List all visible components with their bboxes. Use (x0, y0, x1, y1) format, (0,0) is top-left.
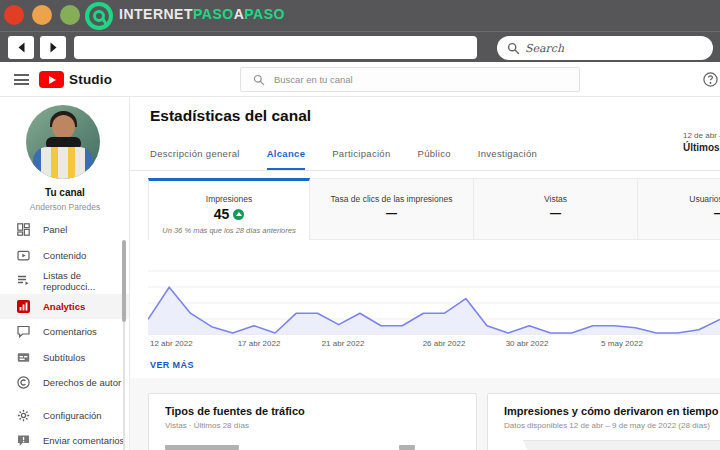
tab-alcance[interactable]: Alcance (267, 148, 306, 171)
x-axis-label: 21 abr 2022 (322, 339, 365, 348)
browser-titlebar: INTERNETPASOAPASO (0, 0, 720, 31)
chart-gridlines (148, 271, 720, 319)
metric-card-vistas[interactable]: Vistas — (474, 178, 638, 240)
sidebar-item-enviar-comentarios[interactable]: Enviar comentarios (0, 428, 129, 450)
comments-icon (17, 325, 30, 338)
internetpasoapaso-logo-icon (84, 1, 114, 31)
dashboard-icon (17, 223, 30, 236)
studio-sidebar: Tu canal Anderson Paredes Panel Contenid… (0, 97, 130, 450)
channel-search-input[interactable]: Buscar en tu canal (240, 67, 580, 92)
sidebar-item-label: Panel (43, 224, 67, 235)
copyright-icon (17, 376, 30, 389)
metric-label: Usuarios únicos (638, 194, 720, 204)
sidebar-item-label: Subtítulos (43, 352, 85, 363)
impressions-chart[interactable] (148, 255, 720, 335)
traffic-sources-card[interactable]: Tipos de fuentes de tráfico Vistas · Últ… (148, 393, 477, 450)
gear-icon (17, 409, 30, 422)
clipped-row-label (165, 445, 239, 450)
tab-participacion[interactable]: Participación (332, 148, 390, 171)
subtitles-icon (17, 351, 30, 364)
back-arrow-icon (16, 42, 27, 53)
x-axis-label: 30 abr 2022 (506, 339, 549, 348)
sidebar-item-label: Enviar comentarios (43, 435, 124, 446)
sidebar-item-derechos[interactable]: Derechos de autor (0, 370, 129, 396)
sidebar-scrollbar[interactable] (122, 240, 126, 322)
help-icon (703, 72, 718, 87)
forward-arrow-icon (48, 42, 59, 53)
close-window-icon[interactable] (4, 5, 24, 25)
feedback-icon (17, 434, 30, 447)
card-subtitle: Vistas · Últimos 28 días (165, 421, 249, 430)
sidebar-item-panel[interactable]: Panel (0, 217, 129, 243)
metric-label: Tasa de clics de las impresiones (310, 194, 473, 204)
card-title: Tipos de fuentes de tráfico (165, 405, 305, 417)
sidebar-item-comentarios[interactable]: Comentarios (0, 319, 129, 345)
tabs-divider (130, 170, 720, 171)
channel-avatar[interactable] (26, 105, 100, 179)
forward-button[interactable] (40, 36, 66, 59)
tab-investigacion[interactable]: Investigación (478, 148, 537, 171)
analytics-icon (17, 300, 30, 313)
sidebar-item-label: Listas de reproducci... (43, 270, 129, 292)
search-icon (253, 74, 265, 86)
clipped-row-value (399, 445, 415, 450)
metric-card-impresiones[interactable]: Impresiones 45 Un 36 % más que los 28 dí… (148, 178, 310, 240)
sidebar-item-contenido[interactable]: Contenido (0, 243, 129, 269)
minimize-window-icon[interactable] (32, 5, 52, 25)
sidebar-item-label: Derechos de autor (43, 377, 121, 388)
brand-wordmark: INTERNETPASOAPASO (119, 6, 285, 22)
period-selector[interactable]: Últimos 28 días (683, 142, 720, 153)
ver-mas-link[interactable]: VER MÁS (150, 360, 194, 370)
impressions-funnel-card[interactable]: Impresiones y cómo derivaron en tiempo d… (487, 393, 720, 450)
up-arrow-icon (236, 212, 242, 216)
browser-toolbar: Search (0, 31, 720, 62)
metric-label: Impresiones (149, 194, 309, 204)
tab-publico[interactable]: Público (418, 148, 451, 171)
x-axis-label: 26 abr 2022 (423, 339, 466, 348)
x-axis-label: 5 may 2022 (601, 339, 643, 348)
channel-owner: Anderson Paredes (0, 202, 130, 212)
metric-card-usuarios[interactable]: Usuarios únicos — (638, 178, 720, 240)
x-axis-label: 17 abr 2022 (238, 339, 281, 348)
app-window: INTERNETPASOAPASO Search Studio (0, 0, 720, 450)
metric-value: — (310, 207, 473, 219)
tab-descripcion-general[interactable]: Descripción general (150, 148, 240, 171)
sidebar-item-listas[interactable]: Listas de reproducci... (0, 268, 129, 294)
date-range-label: 12 de abr – (683, 131, 720, 140)
sidebar-item-analytics[interactable]: Analytics (0, 294, 129, 320)
content-icon (17, 249, 30, 262)
back-button[interactable] (8, 36, 34, 59)
address-bar[interactable] (74, 36, 477, 59)
help-button[interactable] (703, 72, 718, 87)
funnel-shape (510, 440, 720, 450)
card-subtitle: Datos disponibles 12 de abr – 9 de may d… (504, 421, 710, 430)
sidebar-item-configuracion[interactable]: Configuración (0, 403, 129, 429)
metric-value: — (474, 207, 637, 219)
maximize-window-icon[interactable] (60, 5, 80, 25)
studio-wordmark[interactable]: Studio (69, 72, 112, 87)
browser-search-placeholder: Search (525, 42, 564, 55)
page-title: Estadísticas del canal (150, 107, 311, 125)
browser-search-box[interactable]: Search (497, 36, 713, 60)
sidebar-item-label: Analytics (43, 301, 85, 312)
channel-name: Tu canal (0, 187, 130, 198)
search-icon (507, 42, 520, 55)
sidebar-item-label: Configuración (43, 410, 102, 421)
metric-cards: Impresiones 45 Un 36 % más que los 28 dí… (148, 178, 720, 240)
metric-value: 45 (214, 206, 230, 222)
metric-value: — (638, 207, 720, 219)
sidebar-item-label: Contenido (43, 250, 86, 261)
menu-hamburger-icon[interactable] (14, 74, 29, 88)
card-title: Impresiones y cómo derivaron en tiempo d… (504, 405, 720, 417)
sidebar-item-label: Comentarios (43, 326, 97, 337)
youtube-logo-icon[interactable] (39, 71, 64, 88)
sidebar-item-subtitulos[interactable]: Subtítulos (0, 345, 129, 371)
metric-card-tasa-de-clics[interactable]: Tasa de clics de las impresiones — (310, 178, 474, 240)
channel-search-placeholder: Buscar en tu canal (274, 74, 353, 85)
metric-delta-note: Un 36 % más que los 28 días anteriores (149, 226, 309, 235)
studio-header: Studio Buscar en tu canal (0, 62, 720, 97)
trend-up-badge (233, 209, 244, 220)
analytics-tabs: Descripción general Alcance Participació… (150, 148, 537, 171)
sidebar-menu: Panel Contenido Listas de reproducci... … (0, 217, 129, 450)
playlist-icon (17, 274, 30, 287)
